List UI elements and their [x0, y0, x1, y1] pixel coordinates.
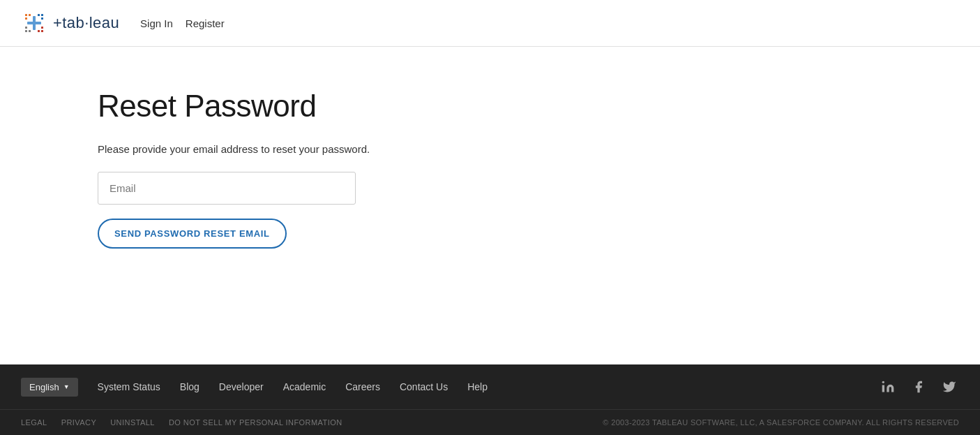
footer-link-help[interactable]: Help [467, 381, 488, 392]
chevron-down-icon: ▼ [63, 383, 70, 390]
language-label: English [29, 382, 59, 392]
svg-rect-13 [41, 30, 43, 32]
svg-rect-5 [38, 14, 40, 16]
main-content: Reset Password Please provide your email… [0, 47, 980, 364]
logo-area[interactable]: +tab·leau [21, 10, 119, 36]
footer-link-careers[interactable]: Careers [345, 381, 380, 392]
svg-rect-14 [882, 385, 884, 392]
linkedin-icon[interactable] [878, 377, 898, 397]
sign-in-link[interactable]: Sign In [140, 17, 173, 29]
uninstall-link[interactable]: UNINSTALL [110, 418, 155, 427]
svg-rect-3 [29, 14, 31, 16]
twitter-icon[interactable] [940, 377, 959, 397]
language-selector[interactable]: English ▼ [21, 378, 78, 397]
facebook-icon[interactable] [909, 377, 928, 397]
svg-rect-1 [27, 22, 41, 24]
svg-rect-10 [29, 30, 31, 32]
logo-text: +tab·leau [53, 14, 119, 32]
email-field[interactable] [98, 172, 356, 205]
description-text: Please provide your email address to res… [98, 143, 882, 155]
svg-rect-6 [41, 14, 43, 16]
social-icons-group [878, 377, 959, 397]
legal-link[interactable]: LEGAL [21, 418, 47, 427]
footer-link-blog[interactable]: Blog [180, 381, 199, 392]
svg-rect-9 [25, 30, 27, 32]
page-title: Reset Password [98, 89, 882, 124]
svg-rect-4 [25, 17, 27, 20]
footer-link-contact-us[interactable]: Contact Us [400, 381, 448, 392]
register-link[interactable]: Register [186, 17, 225, 29]
footer-nav: English ▼ System Status Blog Developer A… [21, 378, 488, 397]
site-footer: English ▼ System Status Blog Developer A… [0, 364, 980, 435]
footer-link-developer[interactable]: Developer [219, 381, 264, 392]
svg-rect-2 [25, 14, 27, 16]
svg-rect-12 [41, 27, 43, 29]
footer-link-academic[interactable]: Academic [283, 381, 326, 392]
footer-main: English ▼ System Status Blog Developer A… [0, 364, 980, 410]
svg-rect-8 [25, 27, 27, 29]
send-reset-email-button[interactable]: SEND PASSWORD RESET EMAIL [98, 219, 287, 249]
svg-point-15 [882, 381, 884, 383]
footer-legal: LEGAL PRIVACY UNINSTALL DO NOT SELL MY P… [0, 410, 980, 435]
header-nav: Sign In Register [140, 17, 225, 29]
svg-rect-11 [38, 30, 40, 32]
privacy-link[interactable]: PRIVACY [61, 418, 97, 427]
legal-links-group: LEGAL PRIVACY UNINSTALL DO NOT SELL MY P… [21, 418, 342, 427]
do-not-sell-link[interactable]: DO NOT SELL MY PERSONAL INFORMATION [169, 418, 342, 427]
footer-link-system-status[interactable]: System Status [98, 381, 160, 392]
svg-rect-7 [41, 17, 43, 20]
site-header: +tab·leau Sign In Register [0, 0, 980, 47]
tableau-logo-icon [21, 10, 47, 36]
copyright-text: © 2003-2023 Tableau Software, LLC, a Sal… [603, 418, 959, 427]
